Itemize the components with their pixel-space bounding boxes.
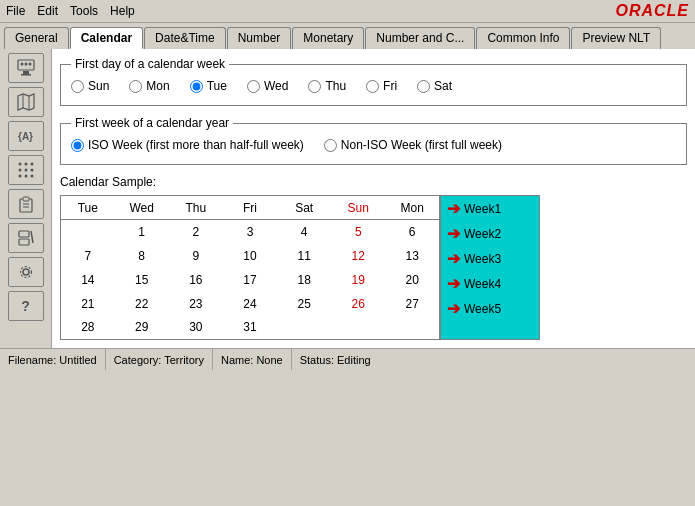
svg-rect-2 [21, 74, 31, 76]
col-sat: Sat [277, 196, 331, 220]
svg-marker-6 [18, 94, 34, 110]
svg-point-25 [23, 269, 29, 275]
status-category: Category: Territory [106, 349, 213, 370]
week1-item[interactable]: ➔ Week1 [441, 196, 539, 221]
radio-fri[interactable]: Fri [366, 79, 397, 93]
cell: 2 [169, 220, 223, 244]
radio-iso[interactable]: ISO Week (first more than half-full week… [71, 138, 304, 152]
radio-sun-input[interactable] [71, 80, 84, 93]
menu-tools[interactable]: Tools [70, 4, 98, 18]
sidebar-clipboard-btn[interactable] [8, 189, 44, 219]
statusbar: Filename: Untitled Category: Territory N… [0, 348, 695, 370]
radio-wed[interactable]: Wed [247, 79, 288, 93]
radio-thu[interactable]: Thu [308, 79, 346, 93]
radio-thu-input[interactable] [308, 80, 321, 93]
radio-sun[interactable]: Sun [71, 79, 109, 93]
tab-common-info[interactable]: Common Info [476, 27, 570, 49]
first-day-legend: First day of a calendar week [71, 57, 229, 71]
first-week-group: First week of a calendar year ISO Week (… [60, 116, 687, 165]
radio-non-iso[interactable]: Non-ISO Week (first full week) [324, 138, 502, 152]
cell [277, 316, 331, 340]
week4-arrow: ➔ [447, 274, 460, 293]
week3-item[interactable]: ➔ Week3 [441, 246, 539, 271]
cell: 17 [223, 268, 277, 292]
svg-point-5 [28, 63, 31, 66]
svg-point-9 [18, 163, 21, 166]
week1-label: Week1 [464, 202, 501, 216]
radio-wed-input[interactable] [247, 80, 260, 93]
cell: 25 [277, 292, 331, 316]
week4-label: Week4 [464, 277, 501, 291]
calendar-table: Tue Wed Thu Fri Sat Sun Mon 1 2 3 [60, 195, 440, 340]
radio-iso-input[interactable] [71, 139, 84, 152]
radio-sat-input[interactable] [417, 80, 430, 93]
week5-label: Week5 [464, 302, 501, 316]
tab-number-c[interactable]: Number and C... [365, 27, 475, 49]
week4-item[interactable]: ➔ Week4 [441, 271, 539, 296]
cell: 15 [115, 268, 169, 292]
col-mon: Mon [385, 196, 439, 220]
radio-tue[interactable]: Tue [190, 79, 227, 93]
cell: 30 [169, 316, 223, 340]
cell: 22 [115, 292, 169, 316]
svg-point-13 [24, 169, 27, 172]
sidebar-edit-btn[interactable] [8, 223, 44, 253]
cell: 4 [277, 220, 331, 244]
radio-fri-input[interactable] [366, 80, 379, 93]
cell: 31 [223, 316, 277, 340]
sidebar-help-btn[interactable]: ? [8, 291, 44, 321]
calendar-sample-label: Calendar Sample: [60, 175, 687, 189]
first-week-legend: First week of a calendar year [71, 116, 233, 130]
svg-point-16 [24, 175, 27, 178]
cell-sun: 19 [331, 268, 385, 292]
col-fri: Fri [223, 196, 277, 220]
week-radio-row: ISO Week (first more than half-full week… [71, 134, 676, 156]
radio-sat[interactable]: Sat [417, 79, 452, 93]
cell: 10 [223, 244, 277, 268]
format-icon: {A} [18, 131, 33, 142]
sidebar-network-btn[interactable] [8, 53, 44, 83]
week2-label: Week2 [464, 227, 501, 241]
tab-preview-nlt[interactable]: Preview NLT [571, 27, 661, 49]
tab-datetime[interactable]: Date&Time [144, 27, 226, 49]
cell [385, 316, 439, 340]
cell: 28 [61, 316, 115, 340]
sidebar-settings-btn[interactable] [8, 257, 44, 287]
radio-non-iso-input[interactable] [324, 139, 337, 152]
svg-rect-1 [23, 71, 29, 74]
sidebar: {A} [0, 49, 52, 348]
menu-edit[interactable]: Edit [37, 4, 58, 18]
cell: 20 [385, 268, 439, 292]
day-radio-row: Sun Mon Tue Wed Thu [71, 75, 676, 97]
menu-file[interactable]: File [6, 4, 25, 18]
table-row: 21 22 23 24 25 26 27 [61, 292, 440, 316]
svg-point-15 [18, 175, 21, 178]
menu-help[interactable]: Help [110, 4, 135, 18]
cell: 16 [169, 268, 223, 292]
cell-sun: 5 [331, 220, 385, 244]
grid-icon [17, 161, 35, 179]
week2-item[interactable]: ➔ Week2 [441, 221, 539, 246]
svg-point-26 [20, 267, 31, 278]
cell: 23 [169, 292, 223, 316]
radio-sun-label: Sun [88, 79, 109, 93]
week5-item[interactable]: ➔ Week5 [441, 296, 539, 321]
radio-mon-input[interactable] [129, 80, 142, 93]
sidebar-map-btn[interactable] [8, 87, 44, 117]
svg-point-14 [30, 169, 33, 172]
cell: 24 [223, 292, 277, 316]
menu-items: File Edit Tools Help [6, 4, 135, 18]
tabbar: General Calendar Date&Time Number Moneta… [0, 23, 695, 49]
radio-tue-input[interactable] [190, 80, 203, 93]
tab-number[interactable]: Number [227, 27, 292, 49]
sidebar-grid-btn[interactable] [8, 155, 44, 185]
tab-calendar[interactable]: Calendar [70, 27, 143, 49]
tab-monetary[interactable]: Monetary [292, 27, 364, 49]
radio-mon[interactable]: Mon [129, 79, 169, 93]
help-icon: ? [21, 298, 30, 314]
cell: 14 [61, 268, 115, 292]
tab-general[interactable]: General [4, 27, 69, 49]
sidebar-format-btn[interactable]: {A} [8, 121, 44, 151]
week3-arrow: ➔ [447, 249, 460, 268]
settings-icon [17, 263, 35, 281]
